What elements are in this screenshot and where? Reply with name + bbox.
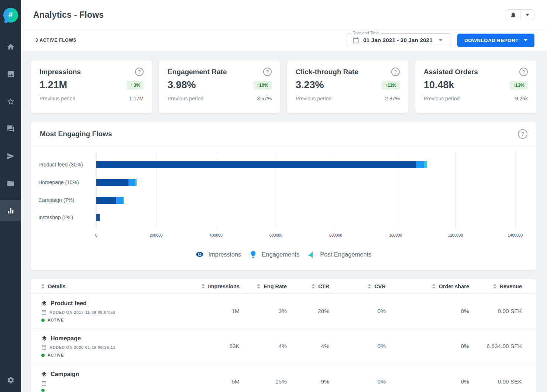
cell-order-share: 0% [386, 378, 469, 385]
kpi-change-badge: ↑10% [254, 81, 272, 90]
image-icon [7, 70, 15, 78]
toolbar: 3 ACTIVE FLOWS Date and Time 01 Jan 2021… [21, 30, 547, 51]
sidebar-item-campaigns[interactable] [0, 142, 21, 170]
kpi-change-badge: ↑11% [382, 81, 400, 90]
column-header-revenue[interactable]: Revenue [469, 283, 522, 289]
download-report-button[interactable]: DOWNLOAD REPORT [457, 34, 534, 47]
status-dot [41, 319, 45, 322]
content-area: Analytics - Flows 3 ACTIVE FLOWS Date an… [21, 0, 547, 392]
flow-added-on: ADDED ON 2020-01-16 09:25:12 [49, 345, 116, 350]
sidebar-item-analytics[interactable] [0, 200, 21, 221]
cell-impressions: 63K [186, 343, 240, 350]
kpi-change-badge: ↑ 3% [127, 81, 144, 90]
download-report-label: DOWNLOAD REPORT [464, 38, 519, 43]
sidebar-item-favorites[interactable] [0, 88, 21, 115]
lightbulb-icon [249, 250, 257, 258]
x-axis-tick: 200000 [150, 233, 163, 237]
help-icon[interactable]: ? [135, 68, 144, 76]
x-axis-tick: 800000 [329, 233, 342, 237]
kpi-card-assisted-orders: Assisted Orders ? 10.48k ↑13% Previous p… [415, 61, 536, 113]
bar-segment-post-engagements [135, 179, 137, 186]
kpi-card-click-through-rate: Click-through Rate ? 3.23% ↑11% Previous… [287, 61, 408, 113]
column-header-impressions[interactable]: Impressions [186, 283, 240, 289]
help-icon[interactable]: ? [518, 129, 527, 139]
cell-eng-rate: 15% [240, 378, 287, 385]
kpi-title: Impressions [39, 68, 81, 76]
bar-segment-impressions [96, 161, 416, 168]
calendar-icon [352, 37, 359, 44]
sidebar-item-home[interactable] [0, 33, 21, 61]
eye-icon [196, 250, 204, 258]
account-menu-button[interactable] [520, 10, 534, 20]
column-header-eng-rate[interactable]: Eng Rate [240, 283, 287, 289]
legend-item-post-engagements[interactable]: Post Engagements [307, 250, 371, 258]
sidebar: # [0, 0, 21, 392]
table-row-product-feed[interactable]: Product feed ADDED ON 2017-11-09 09:04:5… [31, 294, 536, 329]
cell-eng-rate: 4% [240, 343, 287, 350]
status-dot [41, 389, 45, 392]
most-engaging-flows-panel: Most Engaging Flows ? Product feed (30%)… [31, 122, 536, 270]
previous-period-label: Previous period [39, 96, 75, 102]
cell-ctr: 20% [287, 308, 329, 314]
cell-impressions: 5M [186, 378, 240, 385]
legend-item-impressions[interactable]: Impressions [196, 250, 241, 258]
cell-revenue: 6.634.00 SEK [469, 343, 522, 350]
chart-legend: Impressions Engagements Post Engagements [31, 241, 536, 270]
gear-icon [7, 376, 15, 384]
previous-period-value: 2.87% [385, 96, 400, 102]
cell-cvr: 0% [329, 308, 386, 314]
layers-icon [41, 371, 47, 377]
cell-order-share: 0% [386, 343, 469, 350]
chart-category-label: Campaign (7%) [38, 197, 74, 204]
help-icon[interactable]: ? [391, 68, 400, 76]
help-icon[interactable]: ? [263, 68, 272, 76]
bar-segment-impressions [96, 214, 100, 221]
x-axis-tick: 1200000 [448, 233, 463, 237]
sidebar-item-media[interactable] [0, 61, 21, 88]
table-row-homepage[interactable]: Homepage ADDED ON 2020-01-16 09:25:12 AC… [31, 329, 536, 364]
kpi-cards: Impressions ? 1.21M ↑ 3% Previous period… [31, 61, 536, 113]
sort-icon [432, 284, 436, 289]
kpi-card-engagement-rate: Engagement Rate ? 3.98% ↑10% Previous pe… [159, 61, 280, 113]
flows-bar-chart: Product feed (30%) Homepage (10%) Campai… [31, 151, 536, 241]
gridline [515, 151, 516, 229]
bar-segment-engagements [128, 179, 135, 186]
sidebar-item-files[interactable] [0, 170, 21, 197]
column-header-ctr[interactable]: CTR [287, 283, 329, 289]
app-logo[interactable]: # [3, 8, 18, 23]
sidebar-item-settings[interactable] [0, 368, 21, 392]
home-icon [7, 43, 15, 51]
notifications-button[interactable] [506, 10, 520, 20]
legend-label: Post Engagements [320, 251, 371, 258]
column-header-cvr[interactable]: CVR [329, 283, 386, 289]
cell-order-share: 0% [386, 308, 469, 314]
folder-icon [7, 179, 15, 188]
bar-homepage[interactable] [96, 179, 515, 186]
cell-impressions: 1M [186, 308, 240, 314]
bar-campaign[interactable] [96, 197, 515, 204]
legend-label: Impressions [208, 251, 241, 258]
column-header-details[interactable]: Details [31, 283, 186, 289]
previous-period-value: 1.17M [129, 96, 144, 102]
sidebar-item-messages[interactable] [0, 115, 21, 142]
bar-product-feed[interactable] [96, 161, 515, 168]
previous-period-value: 9.26k [515, 96, 528, 102]
bar-segment-post-engagements [424, 161, 427, 168]
page-title: Analytics - Flows [33, 10, 104, 20]
table-row-campaign[interactable]: Campaign 5M 15% 9% 0% [31, 364, 536, 392]
toolbar-actions: Date and Time 01 Jan 2021 - 30 Jan 2021 … [347, 33, 534, 47]
legend-item-engagements[interactable]: Engagements [249, 250, 299, 258]
column-header-order-share[interactable]: Order share [386, 283, 469, 289]
main-content: Impressions ? 1.21M ↑ 3% Previous period… [21, 51, 547, 392]
date-range-picker[interactable]: Date and Time 01 Jan 2021 - 30 Jan 2021 [347, 33, 451, 47]
page-header: Analytics - Flows [21, 0, 547, 30]
flow-added-on: ADDED ON 2017-11-09 09:04:53 [49, 310, 115, 314]
bar-instashop[interactable] [96, 214, 515, 221]
help-icon[interactable]: ? [519, 68, 528, 76]
table-header-row: Details Impressions Eng Rate CTR [31, 279, 536, 294]
chart-category-label: Product feed (30%) [38, 161, 83, 168]
chart-plot-area: 0 200000 400000 600000 800000 100000 120… [96, 151, 515, 229]
cell-ctr: 9% [287, 378, 329, 385]
x-axis-tick: 600000 [269, 233, 282, 237]
x-axis-tick: 0 [95, 233, 97, 237]
